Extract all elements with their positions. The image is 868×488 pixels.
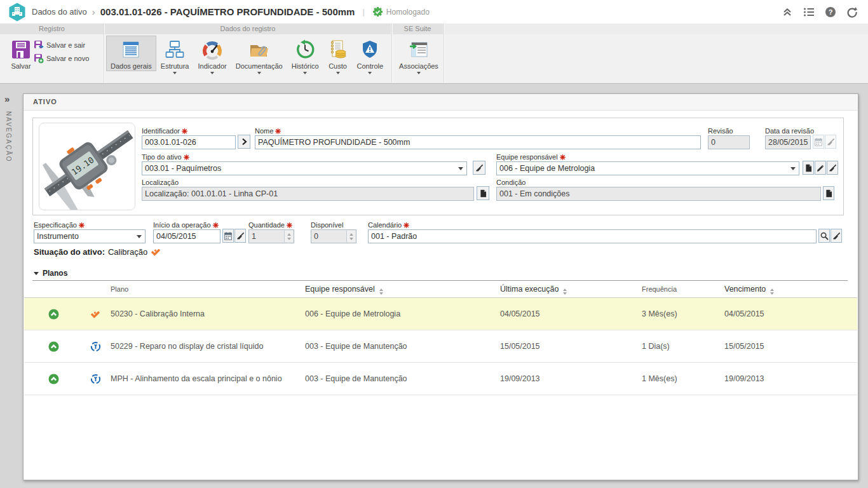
controle-button[interactable]: Controle: [353, 36, 388, 76]
col-vencimento[interactable]: Vencimento: [724, 281, 774, 297]
pencil-icon: [817, 164, 825, 172]
historico-button[interactable]: Histórico: [287, 36, 323, 76]
general-data-icon: [121, 38, 141, 61]
chevron-down-icon: [173, 72, 177, 74]
especificacao-select[interactable]: Instrumento: [34, 229, 146, 243]
calendario-clear-button[interactable]: [831, 229, 842, 243]
history-clock-icon: [295, 38, 315, 61]
revisao-label: Revisão: [708, 127, 733, 135]
clean-brush-icon: [475, 164, 484, 172]
menu-list-icon[interactable]: [802, 5, 816, 19]
equipe-edit-button[interactable]: [815, 161, 826, 175]
salvar-e-sair-button[interactable]: Salvar e sair: [34, 40, 89, 50]
associacoes-label: Associações: [399, 62, 438, 70]
asset-photo: 19.10: [39, 123, 135, 210]
calendario-search-button[interactable]: [818, 229, 830, 243]
plan-row[interactable]: MPH - Alinhamento da escala principal e …: [24, 363, 857, 395]
col-equipe[interactable]: Equipe responsável: [305, 281, 383, 297]
calendar-icon: [224, 232, 232, 240]
controle-label: Controle: [357, 62, 384, 70]
calendario-label: Calendário: [368, 221, 402, 229]
plan-row[interactable]: 50229 - Reparo no display de cristal líq…: [24, 330, 857, 363]
col-ultima-execucao[interactable]: Última execução: [500, 281, 567, 297]
planos-title: Planos: [43, 269, 67, 278]
documentacao-button[interactable]: Documentação: [231, 36, 287, 76]
top-bar: Dados do ativo › 003.01.01-026 - PAQUÍME…: [0, 0, 868, 24]
data-revisao-calendar-button: [813, 135, 824, 149]
inicio-operacao-field: Início da operação 04/05/2015: [153, 221, 220, 243]
plan-name: MPH - Alinhamento da escala principal e …: [111, 363, 282, 395]
group-header-dados-do-registro: Dados do registro: [105, 24, 391, 34]
plan-last-execution: 19/09/2013: [500, 363, 540, 395]
navigation-label: NAVEGAÇÃO: [5, 111, 12, 163]
help-icon[interactable]: ?: [824, 5, 837, 19]
revisao-field: Revisão 0: [708, 127, 750, 149]
custo-label: Custo: [329, 62, 347, 70]
equipe-view-button[interactable]: [803, 161, 814, 175]
breadcrumb[interactable]: Dados do ativo: [32, 7, 87, 17]
col-plano: Plano: [111, 281, 128, 297]
search-icon: [820, 232, 829, 240]
plan-name: 50230 - Calibração Interna: [111, 298, 205, 330]
custo-button[interactable]: Custo: [323, 36, 353, 76]
data-revisao-field: Data da revisão 28/05/2015: [765, 127, 811, 149]
plan-due-date: 04/05/2015: [724, 298, 764, 330]
execute-plan-icon[interactable]: [48, 341, 59, 352]
salvar-label: Salvar: [11, 62, 31, 70]
planos-section-toggle[interactable]: Planos: [34, 269, 67, 278]
execute-plan-icon[interactable]: [48, 309, 59, 320]
spinner-arrows-icon: [284, 231, 293, 242]
calendario-field: Calendário 001 - Padrão: [368, 221, 817, 243]
chevron-down-icon: [368, 72, 372, 74]
save-exit-icon: [34, 40, 44, 50]
data-revisao-clear-button: [825, 135, 836, 149]
tipo-ativo-clear-button[interactable]: [473, 161, 485, 175]
salvar-e-novo-button[interactable]: Salvar e novo: [34, 53, 89, 64]
plan-last-execution: 04/05/2015: [500, 298, 540, 330]
calendario-input[interactable]: 001 - Padrão: [368, 229, 817, 243]
localizacao-view-button[interactable]: [477, 186, 489, 200]
indicador-button[interactable]: Indicador: [193, 36, 231, 76]
condicao-label: Condição: [496, 179, 526, 186]
app-logo-icon: [8, 3, 26, 22]
historico-label: Histórico: [292, 62, 319, 70]
chevron-down-icon: [336, 72, 340, 74]
nome-input[interactable]: PAQUÍMETRO PROFUNDIDADE - 500mm: [255, 135, 701, 149]
associacoes-button[interactable]: Associações: [394, 36, 444, 76]
col-frequencia: Frequência: [642, 281, 677, 297]
indicador-label: Indicador: [198, 62, 226, 70]
clean-brush-icon: [827, 138, 835, 146]
equipe-select[interactable]: 006 - Equipe de Metrologia: [496, 161, 799, 175]
tipo-ativo-select[interactable]: 003.01 - Paquímetros: [142, 161, 467, 175]
data-revisao-label: Data da revisão: [765, 127, 814, 135]
required-icon: [184, 154, 189, 160]
situacao-value: Calibração: [108, 247, 147, 257]
inicio-operacao-clear-button[interactable]: [234, 229, 246, 243]
equipe-clear-button[interactable]: [827, 161, 838, 175]
identificador-input[interactable]: 003.01.01-026: [142, 135, 236, 149]
status-badge: Homologado: [386, 8, 430, 17]
plan-frequency: 1 Dia(s): [642, 330, 670, 362]
plan-row[interactable]: 50230 - Calibração Interna 006 - Equipe …: [24, 298, 857, 330]
inicio-operacao-calendar-button[interactable]: [222, 229, 234, 243]
navigation-strip: » NAVEGAÇÃO: [0, 83, 20, 488]
condicao-input: 001 - Em condições: [496, 187, 821, 201]
dados-gerais-button[interactable]: Dados gerais: [106, 36, 156, 71]
section-title: ATIVO: [24, 94, 858, 111]
condicao-view-button[interactable]: [823, 186, 834, 200]
plan-frequency: 3 Mês(es): [642, 298, 677, 330]
salvar-e-sair-label: Salvar e sair: [46, 41, 85, 49]
plan-team: 003 - Equipe de Manutenção: [305, 330, 407, 362]
tipo-ativo-field: Tipo do ativo 003.01 - Paquímetros: [142, 153, 467, 175]
identificador-next-button[interactable]: [238, 135, 250, 149]
required-icon: [213, 222, 219, 228]
title-separator: |: [362, 7, 364, 17]
execute-plan-icon[interactable]: [48, 374, 59, 384]
estrutura-button[interactable]: Estrutura: [156, 36, 194, 76]
collapse-header-icon[interactable]: [780, 5, 794, 19]
refresh-icon[interactable]: [845, 5, 859, 19]
inicio-operacao-input[interactable]: 04/05/2015: [153, 229, 220, 243]
expand-navigation-button[interactable]: »: [4, 93, 10, 104]
maintenance-icon: [90, 341, 101, 352]
group-header-se-suite: SE Suite: [392, 24, 443, 34]
